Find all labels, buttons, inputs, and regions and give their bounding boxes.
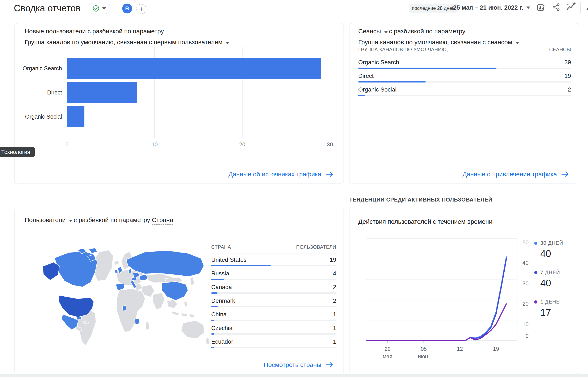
new-users-card: Новые пользователи с разбивкой по параме… bbox=[14, 23, 344, 183]
arrow-right-icon bbox=[325, 171, 334, 177]
metric-selector[interactable]: Сеансы bbox=[358, 28, 381, 35]
table-row[interactable]: Russia4 bbox=[211, 267, 336, 281]
row-bar-track bbox=[211, 306, 336, 307]
page-title: Сводка отчетов bbox=[14, 3, 81, 13]
insights-button[interactable] bbox=[566, 2, 576, 12]
legend-entry: 7 ДНЕЙ40 bbox=[534, 270, 563, 289]
table-row[interactable]: China1 bbox=[211, 308, 336, 322]
row-value: 39 bbox=[564, 59, 571, 66]
row-value: 19 bbox=[564, 73, 571, 79]
svg-text:19: 19 bbox=[493, 346, 499, 352]
world-map bbox=[27, 242, 210, 349]
user-activity-card: Действия пользователей с течением времен… bbox=[349, 207, 579, 374]
section-label: ТЕНДЕНЦИИ СРЕДИ АКТИВНЫХ ПОЛЬЗОВАТЕЛЕЙ bbox=[349, 197, 492, 203]
table-header: СТРАНА ПОЛЬЗОВАТЕЛИ bbox=[211, 244, 336, 250]
row-bar-fill bbox=[358, 95, 365, 96]
svg-text:20: 20 bbox=[522, 301, 528, 307]
row-value: 19 bbox=[330, 257, 336, 263]
line-chart: 0102030405029мая05июн.1219 bbox=[366, 238, 517, 341]
sessions-table: ГРУППА КАНАЛОВ ПО УМОЛЧАНИЮ,… СЕАНСЫ Org… bbox=[358, 47, 571, 97]
svg-text:05: 05 bbox=[421, 346, 427, 352]
row-bar-track bbox=[358, 81, 571, 82]
table-row[interactable]: United States19 bbox=[211, 254, 336, 267]
legend-series-name: 7 ДНЕЙ bbox=[540, 270, 560, 275]
table-body: United States19Russia4Canada2Denmark2Chi… bbox=[211, 254, 336, 349]
traffic-acquisition-link[interactable]: Данные о привлечении трафика bbox=[462, 171, 570, 178]
table-row[interactable]: Ecuador1 bbox=[211, 336, 336, 349]
row-label: Czechia bbox=[211, 325, 232, 331]
date-range-selector[interactable]: 25 мая – 21 июн. 2022 г. bbox=[453, 4, 530, 11]
line-chart-legend: 30 ДНЕЙ407 ДНЕЙ401 ДЕНЬ17 bbox=[534, 240, 563, 328]
card-title: Действия пользователей с течением времен… bbox=[358, 216, 492, 227]
svg-text:40: 40 bbox=[522, 260, 528, 266]
card-title[interactable]: Пользователис разбивкой по параметру Стр… bbox=[24, 214, 173, 225]
table-row[interactable]: Direct19 bbox=[358, 70, 571, 83]
row-label: Canada bbox=[211, 284, 232, 291]
share-icon bbox=[552, 2, 561, 12]
svg-text:29: 29 bbox=[384, 346, 391, 352]
arrow-right-icon bbox=[561, 171, 570, 177]
dimension-selector[interactable]: Группа каналов по умолчанию, связанная с… bbox=[358, 39, 512, 46]
dimension-selector[interactable]: Страна bbox=[152, 216, 173, 225]
bar-chart-x-tick: 0 bbox=[66, 141, 69, 148]
row-bar-track bbox=[211, 347, 336, 348]
row-bar-fill bbox=[211, 306, 217, 307]
table-header: ГРУППА КАНАЛОВ ПО УМОЛЧАНИЮ,… СЕАНСЫ bbox=[358, 47, 571, 52]
avatar[interactable]: B bbox=[122, 4, 132, 13]
row-label: Russia bbox=[211, 270, 229, 277]
table-row[interactable]: Canada2 bbox=[211, 281, 336, 295]
chevron-down-icon bbox=[384, 31, 388, 33]
table-row[interactable]: Organic Search39 bbox=[358, 56, 571, 70]
card-title[interactable]: Сеансыс разбивкой по параметру Группа ка… bbox=[358, 26, 520, 48]
column-header[interactable]: СЕАНСЫ bbox=[549, 47, 571, 52]
bar-chart-x-tick: 30 bbox=[327, 141, 333, 148]
bar-chart-x-tick: 20 bbox=[239, 141, 245, 148]
row-bar-fill bbox=[211, 265, 271, 266]
chevron-down-icon bbox=[516, 42, 519, 44]
legend-latest-value: 17 bbox=[540, 307, 563, 318]
chevron-down-icon bbox=[226, 42, 229, 44]
table-row[interactable]: Czechia1 bbox=[211, 322, 336, 336]
row-value: 4 bbox=[333, 270, 336, 277]
report-status-pill[interactable] bbox=[88, 3, 110, 14]
row-bar-fill bbox=[358, 81, 426, 82]
row-value: 2 bbox=[568, 86, 571, 93]
row-bar-fill bbox=[211, 279, 224, 280]
dimension-selector[interactable]: Группа каналов по умолчанию, связанная с… bbox=[24, 39, 222, 46]
view-countries-link[interactable]: Посмотреть страны bbox=[264, 361, 334, 368]
customize-report-button[interactable] bbox=[536, 2, 546, 12]
bar-category-label: Organic Search bbox=[12, 65, 62, 72]
column-header[interactable]: СТРАНА bbox=[211, 244, 231, 250]
legend-latest-value: 40 bbox=[540, 277, 563, 289]
row-bar-track bbox=[211, 292, 336, 294]
row-bar-fill bbox=[211, 333, 215, 335]
table-row[interactable]: Organic Social2 bbox=[358, 83, 571, 97]
row-bar-fill bbox=[211, 292, 217, 294]
add-account-button[interactable]: + bbox=[136, 4, 146, 14]
legend-label: 30 ДНЕЙ bbox=[534, 240, 563, 246]
svg-text:10: 10 bbox=[522, 321, 528, 328]
partial-icon[interactable] bbox=[585, 2, 588, 12]
metric-selector[interactable]: Новые пользователи bbox=[24, 28, 86, 36]
table-row[interactable]: Denmark2 bbox=[211, 295, 336, 308]
metric-selector[interactable]: Пользователи bbox=[24, 216, 66, 223]
column-header[interactable]: ГРУППА КАНАЛОВ ПО УМОЛЧАНИЮ,… bbox=[358, 47, 453, 52]
countries-table: СТРАНА ПОЛЬЗОВАТЕЛИ United States19Russi… bbox=[211, 244, 336, 349]
card-title[interactable]: Новые пользователи с разбивкой по параме… bbox=[24, 26, 230, 48]
legend-dot-icon bbox=[534, 271, 537, 274]
share-button[interactable] bbox=[551, 2, 561, 12]
customize-report-icon bbox=[536, 2, 546, 12]
bar bbox=[67, 106, 84, 127]
bar bbox=[67, 82, 137, 103]
row-bar-track bbox=[211, 279, 336, 280]
series-30 ДНЕЙ bbox=[367, 257, 506, 341]
page-bottom-strip bbox=[0, 374, 588, 377]
row-label: China bbox=[211, 311, 227, 318]
legend-series-name: 30 ДНЕЙ bbox=[540, 240, 563, 246]
column-header[interactable]: ПОЛЬЗОВАТЕЛИ bbox=[296, 244, 336, 250]
sessions-card: Сеансыс разбивкой по параметру Группа ка… bbox=[349, 23, 579, 183]
legend-entry: 30 ДНЕЙ40 bbox=[534, 240, 563, 259]
row-bar-track bbox=[358, 68, 571, 69]
bar-category-label: Organic Social bbox=[12, 114, 62, 120]
traffic-sources-link[interactable]: Данные об источниках трафика bbox=[228, 171, 334, 178]
